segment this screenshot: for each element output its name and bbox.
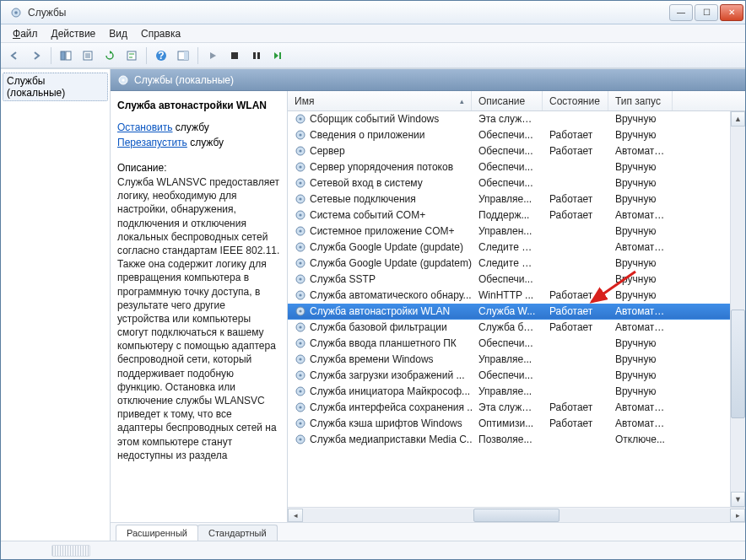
service-desc: Управляе...: [472, 385, 543, 397]
svg-point-47: [299, 358, 301, 360]
svg-point-57: [299, 438, 301, 440]
service-name: Сетевые подключения: [310, 193, 416, 205]
service-desc: Управляе...: [472, 353, 543, 365]
help-button[interactable]: ?: [151, 46, 171, 66]
column-name[interactable]: Имя▴: [288, 91, 472, 110]
table-row[interactable]: Служба медиаприставки Media C...Позволяе…: [288, 432, 730, 448]
pause-service-button[interactable]: [246, 46, 267, 66]
maximize-button[interactable]: ☐: [695, 4, 718, 21]
service-startup: Автомати...: [608, 305, 673, 317]
table-row[interactable]: Сетевые подключенияУправляе...РаботаетВр…: [288, 191, 730, 207]
show-hide-tree-button[interactable]: [56, 46, 76, 66]
table-row[interactable]: Сведения о приложенииОбеспечи...Работает…: [288, 127, 730, 143]
service-startup: Автомати...: [608, 241, 673, 253]
table-row[interactable]: Служба кэша шрифтов WindowsОптимизи...Ра…: [288, 416, 730, 432]
service-icon: [295, 433, 306, 445]
list-header: Имя▴ Описание Состояние Тип запус: [288, 91, 745, 111]
svg-rect-3: [66, 51, 71, 60]
table-row[interactable]: СерверОбеспечи...РаботаетАвтомати...: [288, 143, 730, 159]
column-startup[interactable]: Тип запус: [608, 91, 673, 110]
properties-button[interactable]: [122, 46, 142, 66]
svg-point-31: [299, 229, 301, 232]
minimize-button[interactable]: —: [669, 4, 693, 21]
restart-service-link[interactable]: Перезапустить: [117, 137, 187, 148]
titlebar[interactable]: Службы — ☐ ✕: [1, 1, 745, 24]
service-icon: [295, 113, 306, 125]
table-row[interactable]: Сборщик событий WindowsЭта служб...Вручн…: [288, 111, 730, 127]
service-desc: Обеспечи...: [472, 161, 543, 173]
menu-action[interactable]: Действие: [45, 26, 103, 41]
table-row[interactable]: Служба инициатора Майкрософ...Управляе..…: [288, 384, 730, 400]
service-name: Служба базовой фильтрации: [310, 321, 447, 333]
pane-title: Службы (локальные): [134, 74, 234, 86]
svg-point-15: [122, 78, 124, 81]
table-row[interactable]: Служба Google Update (gupdate)Следите за…: [288, 240, 730, 256]
restart-service-button[interactable]: [268, 46, 289, 66]
menu-file[interactable]: Файл: [6, 26, 45, 41]
tree-node-services-local[interactable]: Службы (локальные): [3, 73, 108, 101]
window-title: Службы: [28, 7, 669, 19]
horizontal-scrollbar[interactable]: ◂ ▸: [288, 507, 745, 522]
service-desc: Поддерж...: [472, 209, 543, 221]
service-desc: Обеспечи...: [472, 177, 543, 189]
column-state[interactable]: Состояние: [543, 91, 608, 110]
table-row[interactable]: Система событий COM+Поддерж...РаботаетАв…: [288, 207, 730, 223]
service-desc: Эта служб...: [472, 113, 543, 125]
stop-service-link[interactable]: Остановить: [117, 121, 173, 133]
table-row[interactable]: Служба автонастройки WLANСлужба W...Рабо…: [288, 304, 730, 320]
service-desc: Позволяе...: [472, 433, 543, 445]
export-list-button[interactable]: [78, 46, 98, 66]
service-startup: Вручную: [608, 273, 673, 285]
service-name: Сервер упорядочения потоков: [310, 161, 453, 173]
svg-point-55: [299, 422, 301, 424]
service-icon: [295, 369, 306, 381]
table-row[interactable]: Системное приложение COM+Управлен...Вруч…: [288, 223, 730, 240]
table-row[interactable]: Служба интерфейса сохранения ...Эта служ…: [288, 400, 730, 416]
view-tabs: Расширенный Стандартный: [111, 522, 745, 541]
service-state: Работает: [543, 129, 608, 141]
forward-button[interactable]: [26, 46, 46, 66]
app-icon: [9, 6, 23, 19]
column-description[interactable]: Описание: [472, 91, 543, 110]
table-row[interactable]: Служба загрузки изображений ...Обеспечи.…: [288, 368, 730, 384]
service-desc: Обеспечи...: [472, 129, 543, 141]
service-desc: Служба W...: [472, 305, 543, 317]
service-name: Служба Google Update (gupdatem): [310, 257, 472, 269]
statusbar: [1, 541, 745, 559]
table-row[interactable]: Служба SSTPОбеспечи...Вручную: [288, 272, 730, 288]
service-name: Сборщик событий Windows: [310, 113, 439, 125]
table-row[interactable]: Служба автоматического обнару...WinHTTP …: [288, 288, 730, 304]
service-icon: [295, 161, 306, 173]
service-startup: Вручную: [608, 257, 673, 269]
service-name: Сетевой вход в систему: [310, 177, 423, 189]
back-button[interactable]: [4, 46, 24, 66]
service-startup: Автомати...: [608, 209, 673, 221]
refresh-button[interactable]: [100, 46, 120, 66]
tab-standard[interactable]: Стандартный: [197, 525, 278, 541]
svg-point-45: [299, 342, 301, 344]
service-name: Служба Google Update (gupdate): [310, 241, 463, 253]
table-row[interactable]: Служба базовой фильтрацииСлужба ба...Раб…: [288, 320, 730, 336]
svg-point-23: [299, 165, 301, 168]
menu-view[interactable]: Вид: [102, 26, 134, 41]
service-startup: Вручную: [608, 161, 673, 173]
start-service-button[interactable]: [203, 46, 223, 66]
service-desc: Обеспечи...: [472, 145, 543, 157]
table-row[interactable]: Сетевой вход в системуОбеспечи...Вручную: [288, 175, 730, 191]
stop-service-button[interactable]: [224, 46, 245, 66]
close-button[interactable]: ✕: [720, 4, 743, 21]
table-row[interactable]: Служба ввода планшетного ПКОбеспечи...Вр…: [288, 336, 730, 352]
detail-pane: Служба автонастройки WLAN Остановить слу…: [111, 91, 288, 522]
service-desc: Следите за...: [472, 241, 543, 253]
vertical-scrollbar[interactable]: ▲ ▼: [730, 111, 745, 507]
service-startup: Вручную: [608, 193, 673, 205]
show-hide-action-button[interactable]: [173, 46, 193, 66]
menu-help[interactable]: Справка: [134, 26, 187, 41]
service-icon: [295, 305, 306, 317]
service-startup: Вручную: [608, 289, 673, 301]
tab-extended[interactable]: Расширенный: [116, 525, 198, 541]
service-startup: Автомати...: [608, 401, 673, 413]
table-row[interactable]: Служба времени WindowsУправляе...Вручную: [288, 352, 730, 368]
table-row[interactable]: Служба Google Update (gupdatem)Следите з…: [288, 256, 730, 272]
table-row[interactable]: Сервер упорядочения потоковОбеспечи...Вр…: [288, 159, 730, 175]
